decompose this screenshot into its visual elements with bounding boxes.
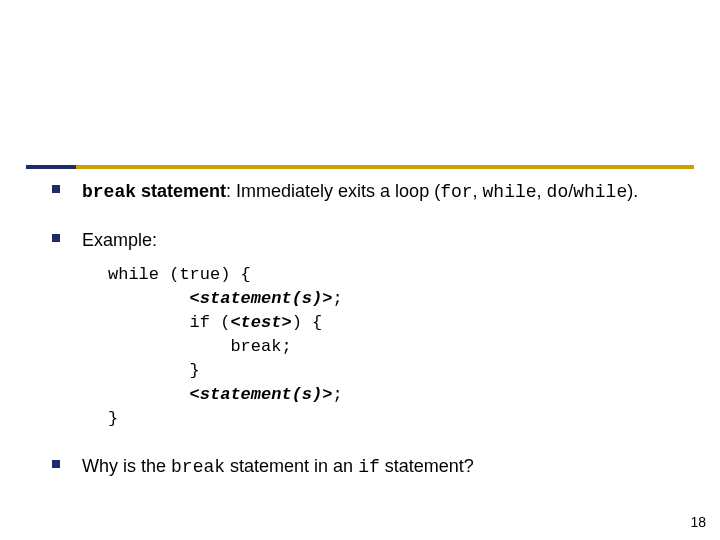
text-part: : Immediately exits a loop (: [226, 181, 440, 201]
bullet-square-icon: [52, 234, 60, 242]
bullet-square-icon: [52, 460, 60, 468]
keyword-break: break: [171, 457, 225, 477]
code-semicolon: ;: [332, 289, 342, 308]
code-line: }: [108, 409, 118, 428]
bullet-text: Example:: [82, 227, 157, 253]
code-block: while (true) { <statement(s)>; if (<test…: [108, 263, 694, 431]
keyword-if: if: [358, 457, 380, 477]
code-line: if (: [108, 313, 230, 332]
bullet-why-question: Why is the break statement in an if stat…: [52, 453, 694, 480]
rule-navy-segment: [26, 165, 76, 169]
keyword-while: while: [483, 182, 537, 202]
keyword-do: do: [547, 182, 569, 202]
code-line: }: [108, 361, 200, 380]
text-end: ).: [627, 181, 638, 201]
bullet-break-statement: break statement: Immediately exits a loo…: [52, 178, 694, 205]
title-rule: [26, 165, 694, 169]
code-line: ) {: [292, 313, 323, 332]
text-part: statement?: [380, 456, 474, 476]
page-number: 18: [690, 514, 706, 530]
keyword-for: for: [440, 182, 472, 202]
code-line: break;: [108, 337, 292, 356]
text-comma: ,: [473, 181, 483, 201]
statement-label: statement: [136, 181, 226, 201]
code-line: while (true) {: [108, 265, 251, 284]
bullet-text: Why is the break statement in an if stat…: [82, 453, 474, 480]
bullet-example: Example:: [52, 227, 694, 253]
keyword-while2: while: [573, 182, 627, 202]
text-part: statement in an: [225, 456, 358, 476]
code-statement-placeholder: <statement(s)>: [108, 385, 332, 404]
rule-gold-segment: [76, 165, 694, 169]
bullet-square-icon: [52, 185, 60, 193]
code-statement-placeholder: <statement(s)>: [108, 289, 332, 308]
code-test-placeholder: <test>: [230, 313, 291, 332]
text-comma: ,: [537, 181, 547, 201]
keyword-break: break: [82, 182, 136, 202]
slide-content: break statement: Immediately exits a loo…: [52, 178, 694, 480]
bullet-text: break statement: Immediately exits a loo…: [82, 178, 638, 205]
text-part: Why is the: [82, 456, 171, 476]
code-semicolon: ;: [332, 385, 342, 404]
